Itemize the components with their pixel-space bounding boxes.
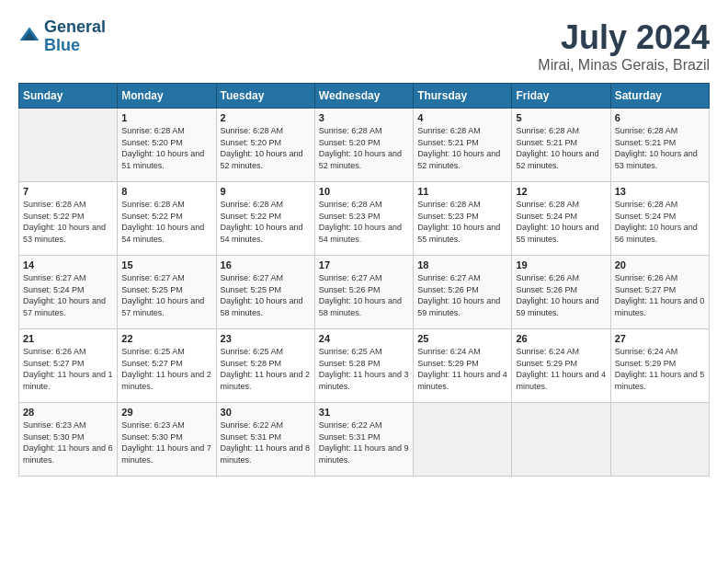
day-info: Sunrise: 6:28 AMSunset: 5:20 PMDaylight:… bbox=[319, 125, 409, 171]
day-number: 13 bbox=[615, 186, 705, 197]
header-monday: Monday bbox=[118, 84, 216, 109]
weekday-header-row: SundayMondayTuesdayWednesdayThursdayFrid… bbox=[19, 84, 710, 109]
day-info: Sunrise: 6:27 AMSunset: 5:25 PMDaylight:… bbox=[221, 272, 311, 318]
day-cell: 28Sunrise: 6:23 AMSunset: 5:30 PMDayligh… bbox=[19, 403, 118, 477]
header-saturday: Saturday bbox=[610, 84, 709, 109]
day-info: Sunrise: 6:28 AMSunset: 5:22 PMDaylight:… bbox=[23, 199, 113, 245]
logo-icon bbox=[18, 26, 40, 48]
day-number: 27 bbox=[615, 333, 705, 344]
day-number: 20 bbox=[615, 259, 705, 270]
page-header: General Blue July 2024 Mirai, Minas Gera… bbox=[18, 18, 710, 74]
header-tuesday: Tuesday bbox=[216, 84, 314, 109]
day-number: 16 bbox=[221, 259, 311, 270]
day-cell: 17Sunrise: 6:27 AMSunset: 5:26 PMDayligh… bbox=[314, 256, 413, 329]
day-cell: 15Sunrise: 6:27 AMSunset: 5:25 PMDayligh… bbox=[118, 256, 216, 329]
day-number: 11 bbox=[417, 186, 507, 197]
day-info: Sunrise: 6:22 AMSunset: 5:31 PMDaylight:… bbox=[319, 419, 409, 465]
day-info: Sunrise: 6:26 AMSunset: 5:27 PMDaylight:… bbox=[615, 272, 705, 318]
day-info: Sunrise: 6:27 AMSunset: 5:24 PMDaylight:… bbox=[23, 272, 113, 318]
day-cell: 8Sunrise: 6:28 AMSunset: 5:22 PMDaylight… bbox=[118, 182, 216, 256]
title-block: July 2024 Mirai, Minas Gerais, Brazil bbox=[538, 18, 710, 74]
week-row-3: 14Sunrise: 6:27 AMSunset: 5:24 PMDayligh… bbox=[19, 256, 710, 329]
day-cell: 31Sunrise: 6:22 AMSunset: 5:31 PMDayligh… bbox=[314, 403, 413, 477]
day-cell: 13Sunrise: 6:28 AMSunset: 5:24 PMDayligh… bbox=[610, 182, 709, 256]
day-cell: 18Sunrise: 6:27 AMSunset: 5:26 PMDayligh… bbox=[414, 256, 512, 329]
day-info: Sunrise: 6:23 AMSunset: 5:30 PMDaylight:… bbox=[23, 419, 113, 465]
day-cell: 20Sunrise: 6:26 AMSunset: 5:27 PMDayligh… bbox=[610, 256, 709, 329]
logo-text: General Blue bbox=[44, 18, 106, 55]
day-cell: 14Sunrise: 6:27 AMSunset: 5:24 PMDayligh… bbox=[19, 256, 118, 329]
week-row-5: 28Sunrise: 6:23 AMSunset: 5:30 PMDayligh… bbox=[19, 403, 710, 477]
day-number: 22 bbox=[121, 333, 211, 344]
day-cell: 3Sunrise: 6:28 AMSunset: 5:20 PMDaylight… bbox=[314, 109, 413, 182]
day-cell: 29Sunrise: 6:23 AMSunset: 5:30 PMDayligh… bbox=[118, 403, 216, 477]
day-info: Sunrise: 6:28 AMSunset: 5:21 PMDaylight:… bbox=[516, 125, 606, 171]
day-cell: 6Sunrise: 6:28 AMSunset: 5:21 PMDaylight… bbox=[610, 109, 709, 182]
logo: General Blue bbox=[18, 18, 106, 55]
day-info: Sunrise: 6:28 AMSunset: 5:23 PMDaylight:… bbox=[417, 199, 507, 245]
day-cell: 30Sunrise: 6:22 AMSunset: 5:31 PMDayligh… bbox=[216, 403, 314, 477]
day-info: Sunrise: 6:27 AMSunset: 5:26 PMDaylight:… bbox=[417, 272, 507, 318]
day-number: 25 bbox=[417, 333, 507, 344]
day-cell: 22Sunrise: 6:25 AMSunset: 5:27 PMDayligh… bbox=[118, 329, 216, 403]
day-cell: 1Sunrise: 6:28 AMSunset: 5:20 PMDaylight… bbox=[118, 109, 216, 182]
day-number: 31 bbox=[319, 407, 409, 418]
day-cell: 19Sunrise: 6:26 AMSunset: 5:26 PMDayligh… bbox=[512, 256, 610, 329]
day-info: Sunrise: 6:23 AMSunset: 5:30 PMDaylight:… bbox=[121, 419, 211, 465]
day-cell: 10Sunrise: 6:28 AMSunset: 5:23 PMDayligh… bbox=[314, 182, 413, 256]
day-info: Sunrise: 6:28 AMSunset: 5:20 PMDaylight:… bbox=[121, 125, 211, 171]
day-cell: 21Sunrise: 6:26 AMSunset: 5:27 PMDayligh… bbox=[19, 329, 118, 403]
day-number: 10 bbox=[319, 186, 409, 197]
day-cell: 9Sunrise: 6:28 AMSunset: 5:22 PMDaylight… bbox=[216, 182, 314, 256]
day-info: Sunrise: 6:27 AMSunset: 5:26 PMDaylight:… bbox=[319, 272, 409, 318]
day-info: Sunrise: 6:26 AMSunset: 5:27 PMDaylight:… bbox=[23, 346, 113, 392]
day-cell bbox=[414, 403, 512, 477]
day-number: 1 bbox=[121, 112, 211, 123]
header-sunday: Sunday bbox=[19, 84, 118, 109]
day-number: 2 bbox=[221, 112, 311, 123]
day-number: 23 bbox=[221, 333, 311, 344]
day-number: 12 bbox=[516, 186, 606, 197]
day-info: Sunrise: 6:28 AMSunset: 5:23 PMDaylight:… bbox=[319, 199, 409, 245]
day-info: Sunrise: 6:28 AMSunset: 5:22 PMDaylight:… bbox=[221, 199, 311, 245]
day-info: Sunrise: 6:28 AMSunset: 5:24 PMDaylight:… bbox=[615, 199, 705, 245]
day-cell: 7Sunrise: 6:28 AMSunset: 5:22 PMDaylight… bbox=[19, 182, 118, 256]
day-number: 28 bbox=[23, 407, 113, 418]
day-number: 4 bbox=[417, 112, 507, 123]
day-info: Sunrise: 6:28 AMSunset: 5:21 PMDaylight:… bbox=[615, 125, 705, 171]
day-cell: 12Sunrise: 6:28 AMSunset: 5:24 PMDayligh… bbox=[512, 182, 610, 256]
day-info: Sunrise: 6:22 AMSunset: 5:31 PMDaylight:… bbox=[221, 419, 311, 465]
month-year: July 2024 bbox=[538, 18, 710, 57]
day-number: 15 bbox=[121, 259, 211, 270]
day-cell: 26Sunrise: 6:24 AMSunset: 5:29 PMDayligh… bbox=[512, 329, 610, 403]
day-cell: 2Sunrise: 6:28 AMSunset: 5:20 PMDaylight… bbox=[216, 109, 314, 182]
week-row-2: 7Sunrise: 6:28 AMSunset: 5:22 PMDaylight… bbox=[19, 182, 710, 256]
day-number: 26 bbox=[516, 333, 606, 344]
day-number: 19 bbox=[516, 259, 606, 270]
week-row-4: 21Sunrise: 6:26 AMSunset: 5:27 PMDayligh… bbox=[19, 329, 710, 403]
day-number: 21 bbox=[23, 333, 113, 344]
week-row-1: 1Sunrise: 6:28 AMSunset: 5:20 PMDaylight… bbox=[19, 109, 710, 182]
day-number: 29 bbox=[121, 407, 211, 418]
day-number: 17 bbox=[319, 259, 409, 270]
day-info: Sunrise: 6:26 AMSunset: 5:26 PMDaylight:… bbox=[516, 272, 606, 318]
day-cell: 4Sunrise: 6:28 AMSunset: 5:21 PMDaylight… bbox=[414, 109, 512, 182]
header-wednesday: Wednesday bbox=[314, 84, 413, 109]
day-info: Sunrise: 6:25 AMSunset: 5:28 PMDaylight:… bbox=[319, 346, 409, 392]
day-cell bbox=[19, 109, 118, 182]
day-info: Sunrise: 6:28 AMSunset: 5:21 PMDaylight:… bbox=[417, 125, 507, 171]
day-cell: 11Sunrise: 6:28 AMSunset: 5:23 PMDayligh… bbox=[414, 182, 512, 256]
day-number: 14 bbox=[23, 259, 113, 270]
day-number: 6 bbox=[615, 112, 705, 123]
day-info: Sunrise: 6:28 AMSunset: 5:24 PMDaylight:… bbox=[516, 199, 606, 245]
day-cell: 25Sunrise: 6:24 AMSunset: 5:29 PMDayligh… bbox=[414, 329, 512, 403]
day-info: Sunrise: 6:25 AMSunset: 5:28 PMDaylight:… bbox=[221, 346, 311, 392]
day-cell: 23Sunrise: 6:25 AMSunset: 5:28 PMDayligh… bbox=[216, 329, 314, 403]
day-number: 18 bbox=[417, 259, 507, 270]
header-thursday: Thursday bbox=[414, 84, 512, 109]
day-number: 3 bbox=[319, 112, 409, 123]
day-number: 24 bbox=[319, 333, 409, 344]
day-info: Sunrise: 6:24 AMSunset: 5:29 PMDaylight:… bbox=[417, 346, 507, 392]
day-cell bbox=[610, 403, 709, 477]
day-cell: 16Sunrise: 6:27 AMSunset: 5:25 PMDayligh… bbox=[216, 256, 314, 329]
